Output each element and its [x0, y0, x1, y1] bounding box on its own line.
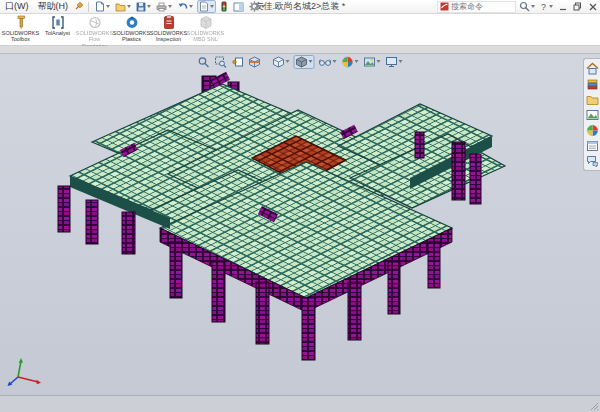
save-button[interactable] [135, 2, 152, 12]
appearance-ball-icon [342, 56, 354, 68]
restore-icon [573, 2, 582, 11]
new-document-icon [95, 1, 105, 12]
solidworks-forum-icon[interactable] [586, 155, 599, 167]
solidworks-resources-home-icon[interactable] [586, 62, 599, 75]
undo-button[interactable] [176, 2, 194, 12]
zoom-to-area-icon [215, 56, 227, 68]
graphics-viewport[interactable] [0, 54, 600, 395]
print-icon [156, 2, 167, 12]
file-explorer-folder-icon[interactable] [586, 94, 599, 106]
flow-simulation-icon [88, 15, 102, 30]
ribbon-solidworks-toolbox[interactable]: SOLIDWORKS Toolbox [2, 15, 39, 43]
toolbar-separator [88, 2, 89, 12]
search-icon [519, 1, 530, 12]
open-button[interactable] [114, 2, 132, 12]
gear-icon [249, 1, 260, 12]
menu-window[interactable]: 口(W) [2, 0, 32, 13]
options-button[interactable] [248, 1, 266, 12]
print-button[interactable] [155, 2, 173, 12]
model-3d[interactable] [0, 54, 600, 395]
close-icon [589, 3, 597, 11]
open-folder-icon [115, 2, 126, 12]
edit-appearance-button[interactable] [341, 56, 360, 68]
status-bar [0, 395, 600, 412]
solidworks-logo-icon [440, 2, 449, 11]
file-properties-icon [199, 1, 209, 12]
display-style-icon [296, 56, 308, 68]
close-button[interactable] [586, 1, 599, 12]
appearances-scenes-icon[interactable] [586, 124, 599, 137]
ribbon-label: SOLIDWORKS Plastics [113, 30, 150, 43]
save-icon [136, 2, 146, 12]
custom-properties-icon[interactable] [586, 140, 599, 152]
ribbon-solidworks-plastics[interactable]: SOLIDWORKS Plastics [113, 15, 150, 43]
tolanalyst-icon [51, 15, 65, 30]
ribbon-label: SOLIDWORKS Toolbox [2, 30, 39, 43]
view-orientation-button[interactable] [272, 56, 291, 68]
previous-view-button[interactable] [231, 56, 245, 68]
ribbon-label: SOLIDWORKS MBD SNL [187, 30, 224, 43]
help-button[interactable]: ? [538, 2, 554, 12]
ribbon-solidworks-mbd-snl: SOLIDWORKS MBD SNL [187, 15, 224, 43]
previous-view-icon [232, 56, 244, 68]
heads-up-view-toolbar [197, 54, 404, 69]
display-pane-button[interactable] [232, 2, 245, 12]
view-palette-icon[interactable] [586, 109, 599, 121]
solidworks-window: 口(W) 帮助(H) [0, 0, 600, 412]
new-button[interactable] [94, 1, 111, 12]
hide-show-items-button[interactable] [318, 56, 338, 68]
command-manager-tab-row [0, 46, 600, 54]
restore-button[interactable] [571, 1, 584, 12]
zoom-to-area-button[interactable] [214, 56, 228, 68]
minimize-button[interactable] [556, 1, 569, 12]
display-pane-icon [233, 2, 244, 12]
mbd-icon [199, 15, 213, 30]
search-box [437, 1, 516, 13]
plastics-icon [125, 15, 139, 30]
inspection-icon [162, 15, 176, 30]
resize-grip[interactable] [589, 401, 599, 411]
section-view-button[interactable] [248, 56, 262, 68]
zoom-to-fit-button[interactable] [197, 56, 211, 68]
display-style-button[interactable] [294, 55, 315, 69]
title-bar: 口(W) 帮助(H) [0, 0, 600, 14]
menu-help[interactable]: 帮助(H) [35, 0, 72, 13]
search-button[interactable] [518, 1, 536, 12]
undo-icon [177, 2, 188, 12]
view-settings-monitor-icon [386, 56, 398, 68]
ribbon-tolanalyst[interactable]: TolAnalyst [39, 15, 76, 36]
pin-icon[interactable] [74, 2, 83, 11]
help-label: ? [539, 2, 548, 12]
ribbon-label: SOLIDWORKS Inspection [150, 30, 187, 43]
ribbon-solidworks-inspection[interactable]: SOLIDWORKS Inspection [150, 15, 187, 43]
traffic-light-icon [220, 1, 228, 12]
performance-evaluation-button[interactable] [219, 1, 229, 12]
ribbon-flow-simulation: SOLIDWORKS Flow Simulation [76, 15, 113, 49]
view-orientation-cube-icon [273, 56, 285, 68]
zoom-to-fit-icon [198, 56, 210, 68]
toolbox-icon [14, 15, 28, 30]
model-geometry [58, 72, 505, 360]
file-properties-button[interactable] [197, 0, 216, 13]
task-pane-tabs [583, 58, 600, 171]
section-view-icon [249, 56, 261, 68]
apply-scene-button[interactable] [363, 56, 382, 68]
scene-icon [364, 56, 376, 68]
hide-show-glasses-icon [319, 56, 332, 68]
orientation-triad [6, 357, 46, 387]
search-input[interactable] [451, 2, 513, 11]
design-library-icon[interactable] [586, 78, 599, 91]
view-settings-button[interactable] [385, 56, 404, 68]
ribbon-label: TolAnalyst [45, 30, 70, 36]
command-manager-ribbon: SOLIDWORKS Toolbox TolAnalyst SOLIDWORKS… [0, 14, 600, 46]
minimize-icon [559, 3, 567, 11]
